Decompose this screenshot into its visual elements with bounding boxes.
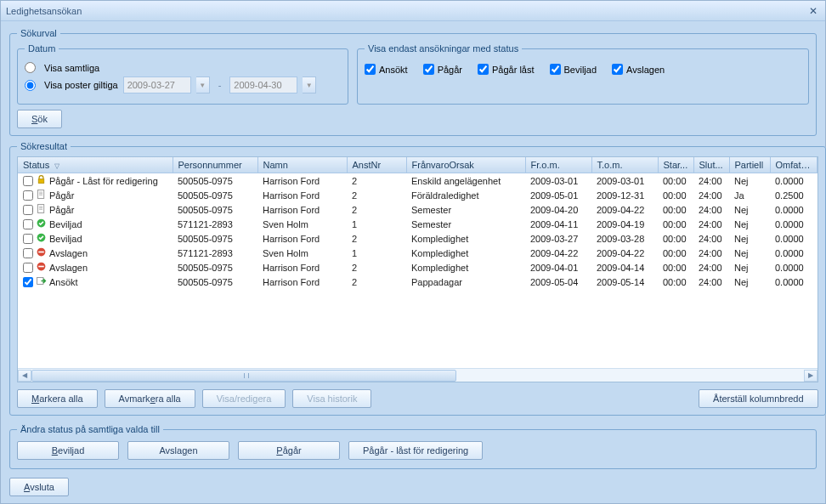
row-checkbox[interactable] [23,234,33,244]
close-icon[interactable]: ✕ [806,4,820,18]
cell-from: 2009-05-01 [525,188,591,202]
row-checkbox[interactable] [23,248,33,258]
table-row[interactable]: Pågår500505-0975Harrison Ford2Semester20… [18,202,817,217]
chk-avslagen[interactable]: Avslagen [612,64,665,75]
table-row[interactable]: Beviljad571121-2893Sven Holm1Semester200… [18,217,817,231]
visa-historik-button[interactable]: Visa historik [292,389,371,408]
cell-pn: 571121-2893 [173,217,257,231]
cell-omf: 0.0000 [770,246,817,260]
beviljad-button[interactable]: Beviljad [17,441,119,460]
row-checkbox[interactable] [23,219,33,229]
cell-tom: 2009-04-14 [591,260,658,275]
date-to-input[interactable] [229,76,297,93]
cell-orsak: Föräldraledighet [406,188,525,202]
chk-beviljad-input[interactable] [550,64,561,75]
chk-ansokt-input[interactable] [365,64,376,75]
scroll-track[interactable] [31,370,804,382]
table-row[interactable]: Pågår - Låst för redigering500505-0975Ha… [18,173,817,189]
sokurval-row: Datum Visa samtliga Visa poster giltiga … [17,43,809,105]
chk-pagar-last-label: Pågår låst [492,65,535,75]
row-checkbox[interactable] [23,176,33,186]
cell-namn: Harrison Ford [257,173,347,189]
chk-pagar-last[interactable]: Pågår låst [478,64,535,75]
pagar-last-button[interactable]: Pågår - låst för redigering [348,441,483,460]
cell-from: 2009-04-11 [525,217,591,231]
cell-orsak: Enskild angelägenhet [406,173,525,189]
avsluta-button[interactable]: Avsluta [9,478,69,496]
scroll-thumb[interactable] [31,370,456,382]
avmarkera-alla-button[interactable]: Avmarkera alla [105,389,195,408]
col-status-header[interactable]: Status▽ [18,157,173,173]
aterstall-button[interactable]: Återställ kolumnbredd [699,389,818,408]
chk-pagar-label: Pågår [438,65,462,75]
chk-pagar-last-input[interactable] [478,64,489,75]
table-row[interactable]: Beviljad500505-0975Harrison Ford2Kompled… [18,231,817,246]
cell-start: 00:00 [658,231,693,246]
chk-pagar[interactable]: Pågår [423,64,462,75]
table-row[interactable]: Avslagen571121-2893Sven Holm1Kompledighe… [18,246,817,260]
sok-button[interactable]: Sök [17,110,62,128]
col-start-header[interactable]: Star... [658,157,693,173]
sok-btn-row: Sök [17,110,809,128]
status-icon [36,232,47,245]
markera-alla-button[interactable]: Markera alla [17,389,98,408]
row-checkbox[interactable] [23,263,33,273]
col-slut-header[interactable]: Slut... [693,157,729,173]
cell-namn: Harrison Ford [257,231,347,246]
cell-omf: 0.0000 [770,275,817,289]
sort-indicator-icon: ▽ [54,162,59,170]
status-text: Beviljad [49,234,82,244]
cell-omf: 0.0000 [770,217,817,231]
chk-beviljad[interactable]: Beviljad [550,64,597,75]
titlebar: Ledighetsansökan ✕ [1,1,825,21]
table-row[interactable]: Avslagen500505-0975Harrison Ford2Kompled… [18,260,817,275]
date-from-dropdown-icon[interactable]: ▼ [196,76,210,93]
pagar-button[interactable]: Pågår [238,441,340,460]
horizontal-scrollbar[interactable]: ◀ ▶ [18,368,818,382]
cell-part: Ja [729,188,770,202]
cell-omf: 0.2500 [770,188,817,202]
col-anst-header[interactable]: AnstNr [347,157,406,173]
chk-avslagen-input[interactable] [612,64,623,75]
table-row[interactable]: Ansökt500505-0975Harrison Ford2Pappadaga… [18,275,817,289]
cell-anst: 2 [347,275,406,289]
window: Ledighetsansökan ✕ Sökurval Datum Visa s… [0,0,826,504]
visa-poster-radio[interactable] [25,80,36,91]
exit-row: Avsluta [9,478,817,496]
col-namn-header[interactable]: Namn [257,157,347,173]
table-row[interactable]: Pågår500505-0975Harrison Ford2Föräldrale… [18,188,817,202]
chk-ansokt[interactable]: Ansökt [365,64,408,75]
visa-samtliga-label: Visa samtliga [44,63,99,73]
col-omf-header[interactable]: Omfatt... [770,157,817,173]
scroll-left-icon[interactable]: ◀ [18,370,31,382]
date-from-input[interactable] [123,76,191,93]
cell-tom: 2009-04-22 [591,246,658,260]
cell-start: 00:00 [658,246,693,260]
visa-redigera-button[interactable]: Visa/redigera [202,389,286,408]
col-orsak-header[interactable]: FrånvaroOrsak [406,157,525,173]
visa-poster-row: Visa poster giltiga ▼ - ▼ [25,76,341,93]
row-checkbox[interactable] [23,277,33,287]
status-icon [36,218,47,230]
visa-samtliga-radio[interactable] [25,62,36,73]
results-buttons-row: Markera alla Avmarkera alla Visa/rediger… [17,389,818,408]
cell-tom: 2009-03-28 [591,231,658,246]
col-tom-header[interactable]: T.o.m. [591,157,658,173]
chk-pagar-input[interactable] [423,64,434,75]
results-grid: Status▽ Personnummer Namn AnstNr Frånvar… [17,156,818,382]
cell-pn: 500505-0975 [173,188,257,202]
cell-start: 00:00 [658,275,693,289]
avslagen-button[interactable]: Avslagen [127,441,229,460]
col-from-header[interactable]: Fr.o.m. [525,157,591,173]
cell-pn: 500505-0975 [173,260,257,275]
row-checkbox[interactable] [23,190,33,201]
date-to-dropdown-icon[interactable]: ▼ [303,76,316,93]
cell-orsak: Semester [406,217,525,231]
cell-namn: Harrison Ford [257,260,347,275]
scroll-right-icon[interactable]: ▶ [804,370,818,382]
cell-from: 2009-05-04 [525,275,591,289]
status-icon [36,246,47,259]
col-part-header[interactable]: Partiell [729,157,770,173]
col-pn-header[interactable]: Personnummer [173,157,257,173]
row-checkbox[interactable] [23,205,33,215]
